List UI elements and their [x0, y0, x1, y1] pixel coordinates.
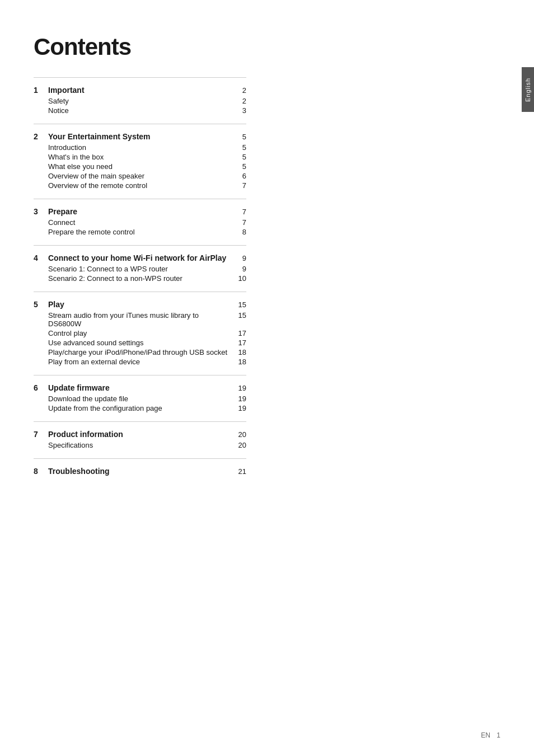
toc-heading-row-8: 8Troubleshooting21	[34, 467, 246, 476]
toc-sub-page-5-0: 15	[233, 311, 246, 320]
footer-page: 1	[496, 731, 500, 739]
toc-sub-text-7-0: Specifications	[48, 441, 233, 449]
toc-number-1: 1	[34, 86, 48, 95]
toc-heading-row-3: 3Prepare7	[34, 207, 246, 216]
toc-sub-row-3-0: Connect7	[34, 218, 246, 227]
toc-sub-text-1-1: Notice	[48, 106, 233, 115]
footer: EN 1	[476, 731, 500, 739]
toc-sub-page-5-3: 18	[233, 348, 246, 356]
toc-heading-page-2: 5	[233, 133, 246, 141]
toc-sub-text-2-0: Introduction	[48, 143, 233, 152]
toc-sub-text-5-2: Use advanced sound settings	[48, 339, 233, 347]
toc-sub-page-7-0: 20	[233, 441, 246, 449]
toc-section-7: 7Product information20Specifications20	[34, 421, 246, 458]
toc-heading-text-4: Connect to your home Wi-Fi network for A…	[48, 253, 233, 262]
toc-section-8: 8Troubleshooting21	[34, 458, 246, 486]
toc-heading-page-6: 19	[233, 384, 246, 392]
toc-sub-row-2-2: What else you need5	[34, 162, 246, 171]
toc-sub-row-6-0: Download the update file19	[34, 395, 246, 403]
toc-sub-row-5-0: Stream audio from your iTunes music libr…	[34, 311, 246, 328]
toc-sub-page-1-1: 3	[233, 106, 246, 115]
toc-sub-text-5-4: Play from an external device	[48, 358, 233, 366]
toc-section-3: 3Prepare7Connect7Prepare the remote cont…	[34, 199, 246, 245]
toc-sub-row-6-1: Update from the configuration page19	[34, 404, 246, 412]
toc-sub-text-4-1: Scenario 2: Connect to a non-WPS router	[48, 274, 233, 283]
toc-number-2: 2	[34, 132, 48, 141]
toc-sub-page-2-0: 5	[233, 143, 246, 152]
page-container: English Contents 1Important2Safety2Notic…	[0, 0, 534, 756]
language-tab: English	[522, 67, 534, 112]
toc-section-1: 1Important2Safety2Notice3	[34, 77, 246, 124]
toc-sub-page-4-1: 10	[233, 274, 246, 283]
toc-number-7: 7	[34, 430, 48, 439]
toc-heading-text-2: Your Entertainment System	[48, 132, 233, 141]
toc-sub-row-5-1: Control play17	[34, 329, 246, 337]
toc-sub-text-2-2: What else you need	[48, 162, 233, 171]
toc-sub-row-3-1: Prepare the remote control8	[34, 228, 246, 236]
toc-sub-page-2-4: 7	[233, 181, 246, 190]
toc-heading-page-8: 21	[233, 467, 246, 476]
toc-sub-page-5-1: 17	[233, 329, 246, 337]
content-area: Contents 1Important2Safety2Notice32Your …	[0, 0, 291, 519]
toc-sub-row-4-0: Scenario 1: Connect to a WPS router9	[34, 265, 246, 273]
toc-sub-page-5-4: 18	[233, 358, 246, 366]
toc-section-2: 2Your Entertainment System5Introduction5…	[34, 124, 246, 199]
toc-heading-text-8: Troubleshooting	[48, 467, 233, 476]
toc-heading-row-7: 7Product information20	[34, 430, 246, 439]
toc-sub-row-1-0: Safety2	[34, 97, 246, 105]
toc-sub-text-6-1: Update from the configuration page	[48, 404, 233, 412]
toc-sub-text-2-3: Overview of the main speaker	[48, 172, 233, 180]
toc-sub-text-2-4: Overview of the remote control	[48, 181, 233, 190]
toc-sub-page-2-3: 6	[233, 172, 246, 180]
toc-section-5: 5Play15Stream audio from your iTunes mus…	[34, 292, 246, 375]
toc-sub-page-5-2: 17	[233, 339, 246, 347]
page-title: Contents	[34, 34, 246, 60]
toc-heading-page-4: 9	[233, 254, 246, 262]
toc-sub-row-5-2: Use advanced sound settings17	[34, 339, 246, 347]
toc-sub-text-3-0: Connect	[48, 218, 233, 227]
toc-sub-text-4-0: Scenario 1: Connect to a WPS router	[48, 265, 233, 273]
toc-heading-text-6: Update firmware	[48, 383, 233, 392]
toc-number-6: 6	[34, 383, 48, 392]
toc-sub-text-5-0: Stream audio from your iTunes music libr…	[48, 311, 233, 328]
toc-sub-row-2-0: Introduction5	[34, 143, 246, 152]
toc-sub-page-4-0: 9	[233, 265, 246, 273]
toc-sub-page-3-1: 8	[233, 228, 246, 236]
toc-sub-row-5-3: Play/charge your iPod/iPhone/iPad throug…	[34, 348, 246, 356]
toc-sub-row-5-4: Play from an external device18	[34, 358, 246, 366]
toc-sub-page-3-0: 7	[233, 218, 246, 227]
toc-number-4: 4	[34, 253, 48, 262]
toc-heading-text-5: Play	[48, 300, 233, 309]
toc-sub-row-7-0: Specifications20	[34, 441, 246, 449]
toc-heading-row-4: 4Connect to your home Wi-Fi network for …	[34, 253, 246, 262]
toc-heading-text-1: Important	[48, 86, 233, 95]
toc-heading-text-3: Prepare	[48, 207, 233, 216]
toc-heading-row-2: 2Your Entertainment System5	[34, 132, 246, 141]
footer-label: EN	[481, 731, 490, 739]
toc-sub-text-2-1: What's in the box	[48, 153, 233, 161]
language-label: English	[524, 77, 531, 101]
toc-heading-row-6: 6Update firmware19	[34, 383, 246, 392]
toc-number-5: 5	[34, 300, 48, 309]
toc-heading-row-5: 5Play15	[34, 300, 246, 309]
toc-sub-row-2-1: What's in the box5	[34, 153, 246, 161]
toc-sub-text-5-1: Control play	[48, 329, 233, 337]
toc-sub-text-6-0: Download the update file	[48, 395, 233, 403]
toc-heading-row-1: 1Important2	[34, 86, 246, 95]
toc-section-4: 4Connect to your home Wi-Fi network for …	[34, 245, 246, 292]
toc-heading-page-1: 2	[233, 86, 246, 95]
toc-section-6: 6Update firmware19Download the update fi…	[34, 375, 246, 421]
toc-heading-page-3: 7	[233, 208, 246, 216]
toc-sub-page-1-0: 2	[233, 97, 246, 105]
toc-sub-page-6-0: 19	[233, 395, 246, 403]
toc-sub-page-2-1: 5	[233, 153, 246, 161]
toc-sub-row-4-1: Scenario 2: Connect to a non-WPS router1…	[34, 274, 246, 283]
toc-heading-page-7: 20	[233, 430, 246, 439]
toc-sub-text-3-1: Prepare the remote control	[48, 228, 233, 236]
toc-number-8: 8	[34, 467, 48, 476]
toc-sub-row-2-3: Overview of the main speaker6	[34, 172, 246, 180]
toc-sub-text-5-3: Play/charge your iPod/iPhone/iPad throug…	[48, 348, 233, 356]
toc-sub-row-2-4: Overview of the remote control7	[34, 181, 246, 190]
toc-heading-text-7: Product information	[48, 430, 233, 439]
toc-heading-page-5: 15	[233, 300, 246, 309]
